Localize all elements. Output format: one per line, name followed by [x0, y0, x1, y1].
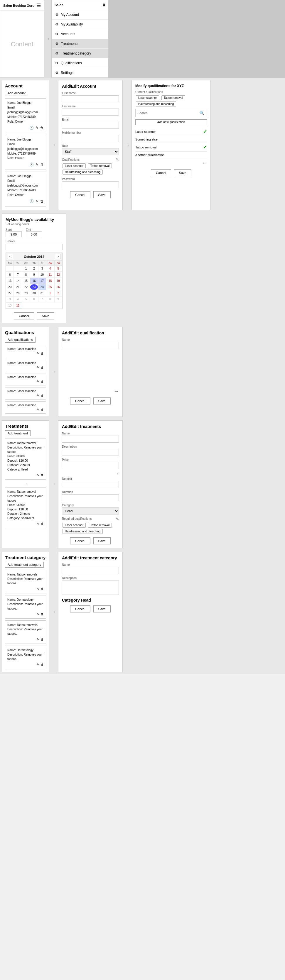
treatment-category-select[interactable]: Head — [62, 508, 119, 514]
tc1-delete-icon[interactable]: 🗑 — [41, 473, 44, 477]
menu-item-qualifications[interactable]: ⚙ Qualifications — [52, 58, 108, 68]
card-1-clock-icon[interactable]: 🕐 — [29, 125, 34, 131]
password-input[interactable] — [62, 181, 119, 188]
add-qual-save-button[interactable]: Save — [93, 398, 111, 404]
cc1-edit-icon[interactable]: ✎ — [37, 587, 39, 591]
menu-item-settings[interactable]: ⚙ Settings — [52, 68, 108, 78]
cal-day-41[interactable]: 9 — [54, 296, 62, 302]
breaks-input[interactable] — [6, 244, 62, 250]
cal-day-9[interactable]: 8 — [22, 272, 30, 278]
cal-day-2[interactable]: 1 — [22, 266, 30, 272]
cal-day-24[interactable]: 23 — [30, 284, 38, 290]
treatment-price-input[interactable] — [62, 462, 119, 469]
cal-day-30[interactable]: 29 — [22, 290, 30, 296]
end-time-input[interactable] — [26, 231, 42, 237]
cal-prev-button[interactable]: < — [8, 254, 13, 259]
account-cancel-button[interactable]: Cancel — [70, 191, 90, 198]
cal-day-29[interactable]: 28 — [14, 290, 22, 296]
cc3-delete-icon[interactable]: 🗑 — [41, 637, 44, 641]
menu-item-my-account[interactable]: ⚙ My Account — [52, 10, 108, 20]
menu-item-accounts[interactable]: ⚙ Accounts — [52, 29, 108, 39]
hamburger-icon[interactable]: ☰ — [37, 3, 41, 8]
availability-save-button[interactable]: Save — [37, 312, 54, 320]
cal-day-22[interactable]: 21 — [14, 284, 22, 290]
card-2-clock-icon[interactable]: 🕐 — [29, 162, 34, 167]
cal-day-37[interactable]: 5 — [22, 296, 30, 302]
account-save-button[interactable]: Save — [93, 191, 111, 198]
cal-day-28[interactable]: 27 — [6, 290, 14, 296]
treatment-desc-input[interactable] — [62, 449, 119, 456]
cal-day-40[interactable]: 8 — [46, 296, 54, 302]
cal-day-35[interactable]: 3 — [6, 296, 14, 302]
cal-day-4[interactable]: 3 — [38, 266, 46, 272]
treatment-deposit-input[interactable] — [62, 481, 119, 488]
cal-day-7[interactable]: 6 — [6, 272, 14, 278]
close-icon[interactable]: X — [103, 3, 105, 7]
cal-day-23[interactable]: 22 — [22, 284, 30, 290]
qual-card-2-delete-icon[interactable]: 🗑 — [41, 366, 44, 369]
card-1-delete-icon[interactable]: 🗑 — [40, 125, 44, 131]
qual-name-input[interactable] — [62, 342, 119, 349]
qual-card-3-edit-icon[interactable]: ✎ — [37, 380, 39, 383]
cal-day-10[interactable]: 9 — [30, 272, 38, 278]
cal-day-17[interactable]: 16 — [30, 278, 38, 284]
menu-item-treatments[interactable]: ⚙ Treatments — [52, 39, 108, 49]
cal-day-5[interactable]: 4 — [46, 266, 54, 272]
add-qualifications-button[interactable]: Add qualifications — [5, 337, 35, 343]
add-qual-cancel-button[interactable]: Cancel — [70, 398, 90, 404]
card-2-edit-icon[interactable]: ✎ — [35, 162, 38, 167]
qualifications-edit-icon[interactable]: ✎ — [116, 158, 119, 162]
menu-item-treatment-category[interactable]: ⚙ Treatment category — [52, 49, 108, 58]
card-3-clock-icon[interactable]: 🕐 — [29, 199, 34, 204]
cal-day-26[interactable]: 25 — [46, 284, 54, 290]
cal-day-27[interactable]: 26 — [54, 284, 62, 290]
cal-day-3[interactable]: 2 — [30, 266, 38, 272]
cal-day-42[interactable]: 10 — [6, 302, 14, 309]
cal-day-32[interactable]: 31 — [38, 290, 46, 296]
cal-day-12[interactable]: 11 — [46, 272, 54, 278]
cat-desc-input[interactable] — [62, 580, 119, 595]
card-2-delete-icon[interactable]: 🗑 — [40, 162, 44, 167]
cc4-edit-icon[interactable]: ✎ — [37, 662, 39, 667]
last-name-input[interactable] — [62, 108, 119, 116]
cal-day-14[interactable]: 13 — [6, 278, 14, 284]
cat-save-button[interactable]: Save — [93, 605, 111, 612]
cal-day-38[interactable]: 6 — [30, 296, 38, 302]
qual-search-button[interactable]: 🔍 — [197, 110, 207, 116]
cc1-delete-icon[interactable]: 🗑 — [41, 587, 44, 591]
qual-card-4-delete-icon[interactable]: 🗑 — [41, 394, 44, 397]
qual-card-3-delete-icon[interactable]: 🗑 — [41, 380, 44, 383]
required-qual-edit-icon[interactable]: ✎ — [116, 517, 119, 521]
cc4-delete-icon[interactable]: 🗑 — [41, 662, 44, 667]
add-account-button[interactable]: Add account — [5, 90, 28, 96]
role-select[interactable]: Staff — [62, 148, 119, 155]
first-name-input[interactable] — [62, 95, 119, 102]
qual-card-5-edit-icon[interactable]: ✎ — [37, 408, 39, 411]
cat-name-input[interactable] — [62, 567, 119, 574]
cal-day-21[interactable]: 20 — [6, 284, 14, 290]
cal-day-25[interactable]: 24 — [38, 284, 46, 290]
qual-card-2-edit-icon[interactable]: ✎ — [37, 366, 39, 369]
tc2-delete-icon[interactable]: 🗑 — [41, 522, 44, 526]
menu-item-my-availability[interactable]: ⚙ My Availability — [52, 20, 108, 29]
cal-next-button[interactable]: > — [55, 254, 61, 259]
cal-day-19[interactable]: 18 — [46, 278, 54, 284]
cal-day-43[interactable]: 11 — [14, 302, 22, 309]
cat-cancel-button[interactable]: Cancel — [70, 605, 90, 612]
cal-day-33[interactable]: 1 — [46, 290, 54, 296]
qual-card-4-edit-icon[interactable]: ✎ — [37, 394, 39, 397]
qual-card-5-delete-icon[interactable]: 🗑 — [41, 408, 44, 411]
cal-day-13[interactable]: 12 — [54, 272, 62, 278]
card-3-edit-icon[interactable]: ✎ — [35, 199, 38, 204]
cal-day-31[interactable]: 30 — [30, 290, 38, 296]
cc2-edit-icon[interactable]: ✎ — [37, 612, 39, 616]
email-input[interactable] — [62, 122, 119, 129]
treatment-save-button[interactable]: Save — [93, 538, 111, 544]
availability-cancel-button[interactable]: Cancel — [14, 312, 34, 320]
qual-card-1-delete-icon[interactable]: 🗑 — [41, 352, 44, 355]
cal-day-20[interactable]: 19 — [54, 278, 62, 284]
qual-cancel-button[interactable]: Cancel — [151, 169, 171, 176]
qual-card-1-edit-icon[interactable]: ✎ — [37, 352, 39, 355]
cal-day-15[interactable]: 14 — [14, 278, 22, 284]
treatment-cancel-button[interactable]: Cancel — [70, 538, 90, 544]
